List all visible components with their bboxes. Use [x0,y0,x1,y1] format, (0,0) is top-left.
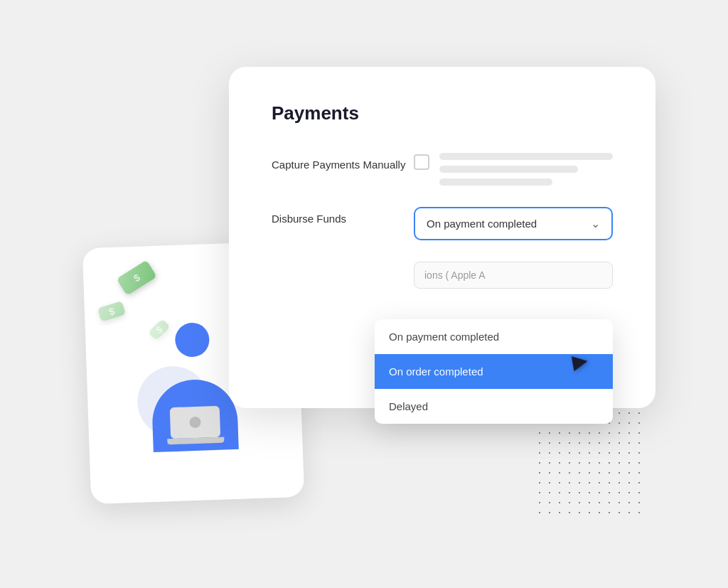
dropdown-item-delayed[interactable]: Delayed [375,389,613,424]
capture-payments-checkbox[interactable] [414,154,429,170]
disburse-dropdown-trigger[interactable]: On payment completed ⌄ [414,207,613,240]
placeholder-line-3 [439,178,552,186]
capture-payments-content [414,153,613,186]
apple-partial-content: ions ( Apple A [414,262,613,289]
laptop [170,405,220,438]
dot-grid-decoration [535,408,648,522]
dropdown-item-payment-completed[interactable]: On payment completed [375,319,613,354]
disburse-funds-label: Disburse Funds [272,207,414,225]
scene: $ Payments Capture Payments Manually [73,46,655,543]
dropdown-trigger-text: On payment completed [427,218,537,230]
dropdown-item-label-2: Delayed [389,400,428,412]
placeholder-lines [439,153,613,186]
card-title: Payments [272,102,613,124]
dropdown-item-label-0: On payment completed [389,331,499,343]
placeholder-line-1 [439,153,613,160]
disburse-funds-row: Disburse Funds On payment completed ⌄ [272,207,613,240]
money-note-1 [117,260,157,295]
dropdown-item-label-1: On order completed [389,365,483,378]
disburse-funds-content: On payment completed ⌄ [414,207,613,240]
capture-payments-row: Capture Payments Manually [272,153,613,186]
apple-partial-row: ions ( Apple A [272,262,613,289]
capture-payments-label: Capture Payments Manually [272,153,414,171]
payments-card: Payments Capture Payments Manually Disbu… [229,67,655,408]
placeholder-line-2 [439,166,578,173]
apple-partial-label [272,272,414,278]
person-head [175,322,210,358]
laptop-dot [189,416,201,428]
chevron-down-icon: ⌄ [591,217,600,230]
checkbox-area [414,153,613,186]
apple-partial-input[interactable]: ions ( Apple A [414,262,613,289]
